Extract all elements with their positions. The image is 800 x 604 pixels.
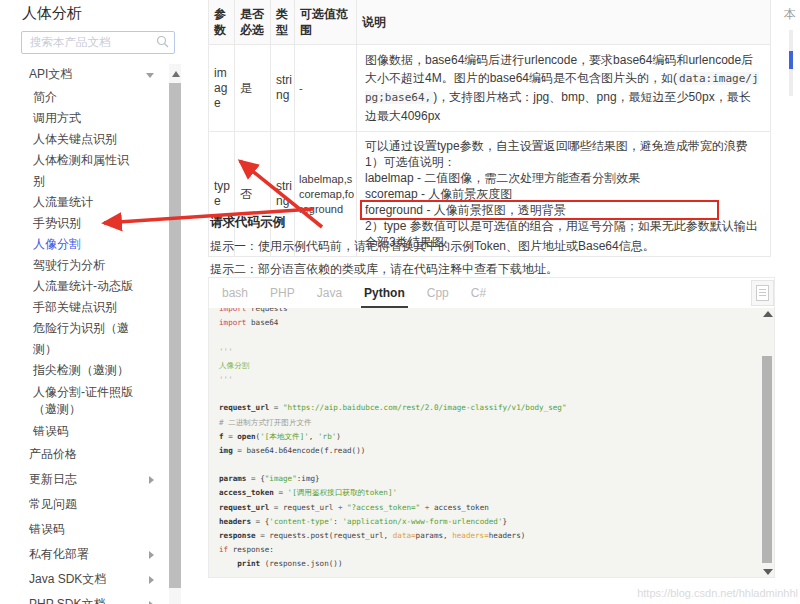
tab-java[interactable]: Java	[314, 278, 345, 306]
tab-php[interactable]: PHP	[267, 278, 298, 306]
table-row: image是string-图像数据，base64编码后进行urlencode，要…	[209, 45, 771, 132]
sidebar-item-2[interactable]: 调用方式	[0, 108, 168, 129]
sidebar-item-1[interactable]: 简介	[0, 87, 168, 108]
sidebar-item-19[interactable]: 私有化部署	[0, 542, 168, 567]
sidebar-item-label: 指尖检测（邀测）	[33, 363, 129, 377]
sidebar-item-label: 手势识别	[33, 216, 81, 230]
param-required-cell: 是	[235, 45, 271, 132]
chevron-down-icon	[146, 73, 154, 78]
code-line: f = open('[本地文件]', 'rb')	[219, 430, 774, 444]
tip-one: 提示一：使用示例代码前，请记得替换其中的示例Token、图片地址或Base64信…	[210, 238, 655, 255]
tab-bash[interactable]: bash	[219, 278, 251, 306]
tab-python[interactable]: Python	[361, 278, 408, 308]
search-input[interactable]: 搜索本产品文档	[30, 35, 111, 50]
tip-two: 提示二：部分语言依赖的类或库，请在代码注释中查看下载地址。	[210, 261, 558, 278]
sidebar-item-label: 人体检测和属性识别	[33, 153, 129, 188]
chevron-right-icon	[149, 576, 154, 584]
sidebar-item-label: 更新日志	[29, 472, 77, 486]
desc-line: 图像数据，base64编码后进行urlencode，要求base64编码和url…	[365, 51, 762, 125]
sidebar-item-16[interactable]: 更新日志	[0, 467, 168, 492]
sidebar-nav: API文档简介调用方式人体关键点识别人体检测和属性识别人流量统计手势识别人像分割…	[0, 62, 168, 604]
sidebar-item-label: 错误码	[33, 424, 69, 438]
sidebar-item-label: 调用方式	[33, 111, 81, 125]
sidebar-item-21[interactable]: PHP SDK文档	[0, 592, 168, 604]
sidebar-item-6[interactable]: 手势识别	[0, 213, 168, 234]
param-range-cell: -	[295, 45, 357, 132]
sidebar-item-14[interactable]: 错误码	[0, 421, 168, 442]
code-scroll-up-icon[interactable]	[763, 311, 773, 317]
column-header: 可选值范围	[295, 0, 357, 45]
sidebar-item-13[interactable]: 人像分割-证件照版（邀测）	[0, 381, 168, 421]
sidebar-item-0[interactable]: API文档	[0, 62, 168, 87]
code-line: '''	[219, 345, 774, 359]
sidebar-item-label: API文档	[29, 67, 72, 81]
red-annotation-box: foreground - 人像前景抠图，透明背景	[360, 200, 719, 220]
code-line: img = base64.b64encode(f.read())	[219, 444, 774, 458]
code-line: # 二进制方式打开图片文件	[219, 416, 774, 430]
highlighted-desc-line: foreground - 人像前景抠图，透明背景	[365, 202, 762, 218]
sidebar-item-8[interactable]: 驾驶行为分析	[0, 255, 168, 276]
code-line: if response:	[219, 543, 774, 557]
chevron-right-icon	[149, 601, 154, 604]
sidebar-item-label: 危险行为识别（邀测）	[33, 321, 129, 356]
column-header: 是否必选	[235, 0, 271, 45]
sidebar-item-9[interactable]: 人流量统计-动态版	[0, 276, 168, 297]
sidebar-item-10[interactable]: 手部关键点识别	[0, 297, 168, 318]
code-line: params = {"image":img}	[219, 472, 774, 486]
sidebar-item-15[interactable]: 产品价格	[0, 442, 168, 467]
sidebar-item-label: 错误码	[29, 522, 65, 536]
sidebar-item-label: 人像分割	[33, 237, 81, 251]
sidebar-item-12[interactable]: 指尖检测（邀测）	[0, 360, 168, 381]
code-scroll-down-icon[interactable]	[763, 569, 773, 575]
code-line: print (response.json())	[219, 557, 774, 571]
sidebar-item-5[interactable]: 人流量统计	[0, 192, 168, 213]
sidebar-item-17[interactable]: 常见问题	[0, 492, 168, 517]
code-scrollbar-thumb[interactable]	[762, 356, 772, 563]
param-desc-cell: 图像数据，base64编码后进行urlencode，要求base64编码和url…	[357, 45, 771, 132]
page: 人体分析 搜索本产品文档 API文档简介调用方式人体关键点识别人体检测和属性识别…	[0, 0, 800, 604]
sidebar-item-3[interactable]: 人体关键点识别	[0, 129, 168, 150]
sidebar-scrollbar-thumb[interactable]	[169, 83, 181, 588]
toc-active-indicator	[789, 51, 793, 69]
param-name-cell: image	[209, 45, 235, 132]
sidebar-item-label: 私有化部署	[29, 547, 89, 561]
sidebar-item-label: 常见问题	[29, 497, 77, 511]
sidebar-item-label: 手部关键点识别	[33, 300, 117, 314]
code-line	[219, 387, 774, 401]
code-panel: bashPHPJavaPythonCppC# import requestsim…	[208, 277, 775, 578]
column-header: 类型	[271, 0, 295, 45]
param-table: 参数是否必选类型可选值范围说明image是string-图像数据，base64编…	[208, 0, 771, 257]
sidebar-item-20[interactable]: Java SDK文档	[0, 567, 168, 592]
section-heading: 请求代码示例	[210, 214, 285, 231]
tab-cpp[interactable]: Cpp	[424, 278, 452, 306]
sidebar-item-label: 简介	[33, 90, 57, 104]
desc-line: labelmap - 二值图像，需二次处理方能查看分割效果	[365, 170, 762, 186]
code-line: '''	[219, 373, 774, 387]
tab-csharp[interactable]: C#	[468, 278, 489, 306]
column-header: 参数	[209, 0, 235, 45]
code-line: request_url = request_url + "?access_tok…	[219, 501, 774, 515]
watermark: https://blog.csdn.net/hhladminhhl	[637, 587, 798, 599]
scroll-up-icon[interactable]	[172, 71, 180, 77]
column-header: 说明	[357, 0, 771, 45]
code-language-tabs: bashPHPJavaPythonCppC#	[209, 278, 774, 308]
sidebar-item-4[interactable]: 人体检测和属性识别	[0, 150, 168, 192]
search-box[interactable]: 搜索本产品文档	[21, 31, 175, 54]
sidebar-item-label: 驾驶行为分析	[33, 258, 105, 272]
sidebar-item-label: 人流量统计	[33, 195, 93, 209]
sidebar-item-label: 人流量统计-动态版	[33, 279, 133, 293]
search-icon	[156, 35, 169, 48]
chevron-right-icon	[149, 476, 154, 484]
copy-code-button[interactable]	[751, 280, 774, 306]
sidebar-item-18[interactable]: 错误码	[0, 517, 168, 542]
chevron-right-icon	[149, 551, 154, 559]
code-line: request_url = "https://aip.baidubce.com/…	[219, 401, 774, 415]
desc-line: 可以通过设置type参数，自主设置返回哪些结果图，避免造成带宽的浪费	[365, 138, 762, 154]
code-line: import requests	[219, 308, 774, 316]
code-line: import base64	[219, 316, 774, 330]
code-content: import requestsimport base64 '''人像分割''' …	[209, 308, 774, 572]
code-editor[interactable]: import requestsimport base64 '''人像分割''' …	[209, 308, 774, 577]
sidebar-item-11[interactable]: 危险行为识别（邀测）	[0, 318, 168, 360]
code-line: 人像分割	[219, 359, 774, 373]
sidebar-item-7[interactable]: 人像分割	[0, 234, 168, 255]
